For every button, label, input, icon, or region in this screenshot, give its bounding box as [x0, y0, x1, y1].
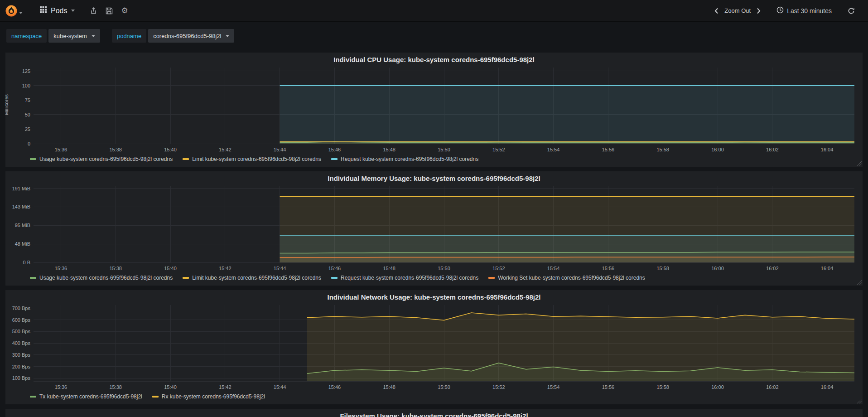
chevron-left-icon	[714, 8, 719, 14]
panel-title[interactable]: Filesystem Usage: kube-system coredns-69…	[10, 410, 858, 417]
svg-text:15:56: 15:56	[602, 147, 615, 152]
svg-text:16:00: 16:00	[711, 147, 724, 152]
caret-down-icon	[92, 35, 95, 37]
svg-text:15:46: 15:46	[328, 266, 341, 271]
memory-usage-chart[interactable]: 15:3615:3815:4015:4215:4415:4615:4815:50…	[10, 184, 858, 273]
svg-text:15:50: 15:50	[438, 266, 450, 271]
svg-text:15:38: 15:38	[109, 384, 122, 390]
svg-text:15:58: 15:58	[656, 384, 669, 390]
svg-text:15:52: 15:52	[492, 147, 505, 152]
svg-text:15:36: 15:36	[55, 266, 68, 271]
svg-text:15:42: 15:42	[219, 147, 231, 152]
svg-text:50: 50	[25, 112, 30, 117]
grafana-logo[interactable]	[5, 4, 18, 18]
svg-text:15:36: 15:36	[55, 147, 68, 152]
svg-text:143 MiB: 143 MiB	[12, 204, 30, 209]
time-shift-back-button[interactable]	[710, 5, 723, 17]
svg-text:15:48: 15:48	[383, 266, 395, 271]
svg-text:15:42: 15:42	[219, 266, 231, 271]
legend-series-color-icon	[183, 158, 189, 160]
chart-area: 15:3615:3815:4015:4215:4415:4615:4815:50…	[10, 184, 858, 273]
legend-item[interactable]: Request kube-system coredns-695f96dcd5-9…	[331, 275, 478, 281]
variable-namespace-current-value: kube-system	[53, 33, 87, 39]
chart-area: Millicores 15:3615:3815:4015:4215:4415:4…	[10, 65, 858, 155]
legend-item[interactable]: Working Set kube-system coredns-695f96dc…	[488, 275, 645, 281]
caret-down-icon	[71, 10, 75, 12]
network-usage-chart[interactable]: 15:3615:3815:4015:4215:4415:4615:4815:50…	[10, 302, 858, 392]
legend-series-label: Request kube-system coredns-695f96dcd5-9…	[341, 156, 478, 162]
legend-item[interactable]: Request kube-system coredns-695f96dcd5-9…	[331, 156, 478, 162]
svg-text:75: 75	[25, 97, 30, 103]
legend-series-color-icon	[183, 277, 189, 279]
panel-title[interactable]: Individual Network Usage: kube-system co…	[10, 291, 858, 302]
svg-text:16:00: 16:00	[711, 384, 724, 390]
svg-text:15:54: 15:54	[547, 147, 560, 152]
variable-podname-value-dropdown[interactable]: coredns-695f96dcd5-98j2l	[148, 29, 234, 43]
svg-text:200 Bps: 200 Bps	[12, 364, 31, 369]
svg-text:0: 0	[28, 141, 30, 146]
save-icon	[106, 7, 113, 15]
variable-namespace-value-dropdown[interactable]: kube-system	[48, 29, 100, 43]
svg-text:15:58: 15:58	[656, 147, 669, 152]
legend-item[interactable]: Tx kube-system coredns-695f96dcd5-98j2l	[30, 393, 142, 400]
chart-legend: Usage kube-system coredns-695f96dcd5-98j…	[10, 155, 858, 162]
svg-text:16:02: 16:02	[766, 384, 779, 390]
settings-button[interactable]: ⚙	[117, 5, 132, 17]
legend-series-color-icon	[30, 277, 36, 279]
svg-text:48 MiB: 48 MiB	[15, 241, 30, 247]
legend-series-label: Working Set kube-system coredns-695f96dc…	[498, 275, 645, 281]
legend-item[interactable]: Limit kube-system coredns-695f96dcd5-98j…	[183, 275, 321, 281]
legend-series-color-icon	[488, 277, 495, 279]
svg-text:15:58: 15:58	[656, 266, 669, 271]
refresh-button[interactable]	[844, 5, 859, 17]
dashboard-picker[interactable]: Pods	[35, 4, 79, 18]
grafana-logo-icon	[5, 5, 18, 17]
variable-podname-label: podname	[112, 29, 146, 43]
legend-series-label: Usage kube-system coredns-695f96dcd5-98j…	[39, 275, 173, 281]
svg-text:300 Bps: 300 Bps	[12, 352, 31, 358]
panel-memory-usage: Individual Memory Usage: kube-system cor…	[5, 171, 863, 286]
gear-icon: ⚙	[121, 7, 128, 15]
svg-text:15:44: 15:44	[274, 266, 286, 271]
legend-item[interactable]: Limit kube-system coredns-695f96dcd5-98j…	[183, 156, 321, 162]
save-button[interactable]	[101, 5, 117, 17]
svg-text:15:44: 15:44	[274, 147, 286, 152]
time-range-label: Last 30 minutes	[787, 7, 832, 15]
variable-namespace-label: namespace	[6, 29, 47, 43]
time-range-picker[interactable]: Last 30 minutes	[776, 6, 832, 15]
panel-resize-handle[interactable]	[857, 399, 862, 403]
svg-text:15:56: 15:56	[602, 266, 615, 271]
svg-text:15:54: 15:54	[547, 266, 560, 271]
svg-text:15:50: 15:50	[438, 147, 450, 152]
share-button[interactable]	[86, 4, 101, 17]
panel-resize-handle[interactable]	[857, 280, 862, 285]
svg-text:15:36: 15:36	[55, 384, 68, 390]
svg-text:16:00: 16:00	[711, 266, 724, 271]
dashboard-title: Pods	[51, 7, 67, 15]
svg-text:700 Bps: 700 Bps	[12, 305, 31, 311]
cpu-usage-chart[interactable]: 15:3615:3815:4015:4215:4415:4615:4815:50…	[10, 65, 858, 155]
svg-text:15:38: 15:38	[109, 266, 122, 271]
legend-item[interactable]: Usage kube-system coredns-695f96dcd5-98j…	[30, 156, 173, 162]
svg-text:16:04: 16:04	[821, 384, 834, 390]
svg-text:15:52: 15:52	[492, 384, 505, 390]
logo-caret-icon[interactable]	[19, 12, 23, 14]
legend-item[interactable]: Rx kube-system coredns-695f96dcd5-98j2l	[152, 393, 265, 400]
panel-cpu-usage: Individual CPU Usage: kube-system coredn…	[5, 53, 863, 167]
zoom-out-button[interactable]: Zoom Out	[723, 5, 752, 17]
legend-series-label: Request kube-system coredns-695f96dcd5-9…	[341, 275, 478, 281]
svg-text:15:50: 15:50	[438, 384, 450, 390]
legend-item[interactable]: Usage kube-system coredns-695f96dcd5-98j…	[30, 275, 173, 281]
time-shift-forward-button[interactable]	[752, 5, 765, 17]
svg-text:400 Bps: 400 Bps	[12, 340, 31, 346]
svg-text:15:42: 15:42	[219, 384, 231, 390]
svg-text:15:48: 15:48	[383, 384, 395, 390]
svg-text:16:02: 16:02	[766, 147, 779, 152]
svg-text:191 MiB: 191 MiB	[12, 186, 30, 191]
panel-title[interactable]: Individual Memory Usage: kube-system cor…	[10, 172, 858, 184]
legend-series-label: Tx kube-system coredns-695f96dcd5-98j2l	[39, 393, 142, 400]
panel-title[interactable]: Individual CPU Usage: kube-system coredn…	[10, 53, 858, 65]
dashboard-submenu: namespace kube-system podname coredns-69…	[0, 22, 868, 53]
panel-resize-handle[interactable]	[857, 161, 862, 166]
svg-text:15:40: 15:40	[164, 147, 177, 152]
